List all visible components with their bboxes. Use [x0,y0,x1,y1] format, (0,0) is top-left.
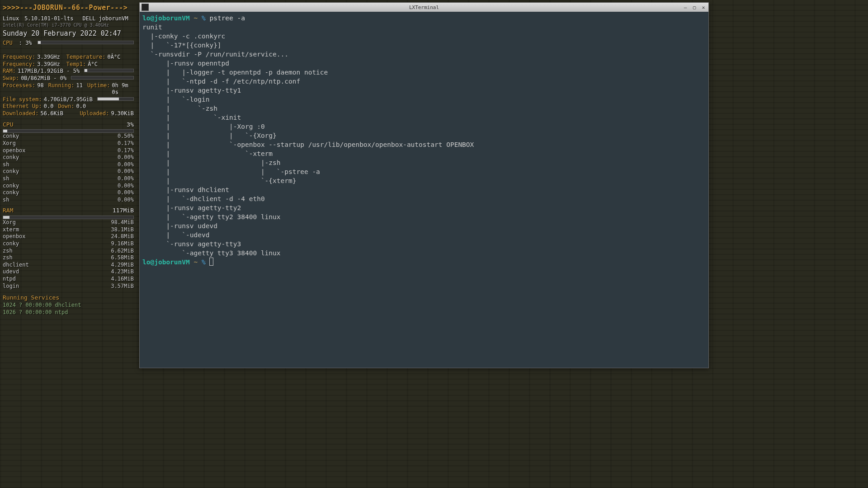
cpu-proc-row: sh0.00% [3,161,134,169]
ram-process-list: Xorg98.4MiBxterm38.1MiBopenbox24.8MiBcon… [3,219,134,290]
ram-proc-row: zsh6.58MiB [3,254,134,262]
ram-line: RAM: 117MiB/1.92GiB - 5% [3,68,134,75]
services-header: Running Services [3,294,134,302]
prompt-path-2: ~ [194,258,198,266]
cpu-proc-row: sh0.00% [3,175,134,183]
conky-panel: >>>>---JOBORUN--66--Power---> Linux 5.10… [3,4,134,316]
net-totals: Downloaded: 56.6KiB Uploaded: 9.30KiB [3,110,134,117]
fs-line: File system: 4.70GiB/7.95GiB [3,96,134,103]
proc-line: Processes: 98 Running: 11 Uptime: 0h 9m … [3,82,134,96]
cpu-proc-row: conky0.00% [3,168,134,175]
ram-proc-row: dhclient4.29MiB [3,262,134,269]
prompt-symbol: % [202,14,206,22]
terminal-icon [142,4,149,11]
datetime: Sunday 20 February 2022 02:47 [3,29,134,38]
ram-proc-row: zsh6.62MiB [3,248,134,255]
cpu-bar [38,41,134,44]
ram-proc-row: xterm38.1MiB [3,226,134,234]
ram-section-bar [3,216,134,219]
window-title: LXTerminal [409,5,439,10]
cursor [209,258,213,266]
freq-temp-1: Frequency: 3.39GHz Temperature: 0Â°C [3,54,134,61]
prompt-symbol-2: % [202,258,206,266]
command: pstree -a [209,14,245,22]
ram-proc-row: conky9.16MiB [3,240,134,248]
terminal-body[interactable]: lo@joborunVM ~ % pstree -a runit |-conky… [140,12,708,368]
close-button[interactable]: ✕ [699,4,708,11]
prompt-user: lo@joborunVM [142,14,190,22]
cpu-proc-row: sh0.00% [3,197,134,204]
ram-section: RAM 117MiB [3,207,134,215]
cpu-proc-row: Xorg0.17% [3,140,134,147]
maximize-button[interactable]: ▢ [690,4,698,11]
fs-bar [97,97,134,101]
cpu-proc-row: conky0.50% [3,133,134,140]
minimize-button[interactable]: — [681,4,689,11]
cpu-section-bar [3,129,134,133]
ram-proc-row: openbox24.8MiB [3,233,134,240]
conky-header: >>>>---JOBORUN--66--Power---> [3,4,134,13]
cpu-proc-row: conky0.00% [3,183,134,190]
window-buttons: — ▢ ✕ [681,4,708,11]
ram-bar [84,69,134,72]
service-row: 1026 ? 00:00:00 ntpd [3,309,134,316]
cpu-usage-line: CPU : 3% [3,40,134,47]
cpu-section: CPU 3% [3,121,134,129]
kernel-line: Linux 5.10.101-01-lts DELL joborunVM [3,15,134,23]
ram-proc-row: Xorg98.4MiB [3,219,134,226]
cpu-model: Intel(R) Core(TM) i7-3770 CPU @ 3.40GHz [3,22,134,28]
services-list: 1024 ? 00:00:00 dhclient 1026 ? 00:00:00… [3,302,134,316]
ram-proc-row: udevd4.23MiB [3,268,134,276]
cpu-proc-row: conky0.00% [3,154,134,161]
swap-bar [71,76,134,80]
cpu-proc-row: conky0.00% [3,189,134,197]
prompt-user-2: lo@joborunVM [142,258,190,266]
cpu-proc-row: openbox0.17% [3,147,134,155]
cpu-process-list: conky0.50%Xorg0.17%openbox0.17%conky0.00… [3,133,134,203]
lxterminal-window[interactable]: LXTerminal — ▢ ✕ lo@joborunVM ~ % pstree… [139,2,709,368]
freq-temp-2: Frequency: 3.39GHz Temp1: Â°C [3,61,134,68]
pstree-output: runit |-conky -c .conkyrc | `-17*[{conky… [142,23,474,257]
ram-proc-row: login3.57MiB [3,283,134,290]
prompt-path: ~ [194,14,198,22]
service-row: 1024 ? 00:00:00 dhclient [3,302,134,309]
eth-line: Ethernet Up: 0.0 Down: 0.0 [3,103,134,110]
ram-proc-row: ntpd4.16MiB [3,276,134,283]
titlebar[interactable]: LXTerminal — ▢ ✕ [140,3,708,12]
swap-line: Swap: 0B/862MiB - 0% [3,75,134,82]
